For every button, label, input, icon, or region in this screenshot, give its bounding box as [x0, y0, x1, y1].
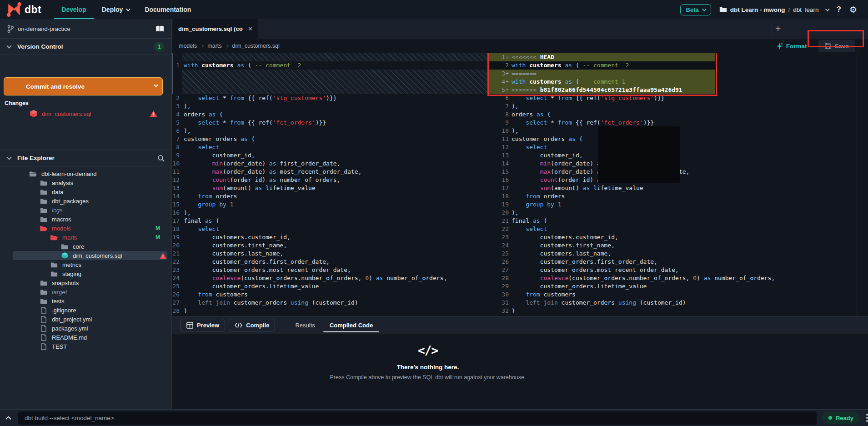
code-line[interactable]: 16),	[172, 209, 489, 217]
close-tab-icon[interactable]: ✕	[248, 25, 253, 32]
tree-item-snapshots[interactable]: snapshots	[0, 278, 172, 287]
code-line[interactable]: 13 sum(amount) as lifetime_value	[172, 184, 489, 192]
open-file-tab[interactable]: dim_customers.sql (confli... ✕	[173, 19, 258, 39]
code-line[interactable]: 26 customer_orders.first_order_date,	[489, 258, 868, 266]
version-control-header[interactable]: Version Control 1	[0, 39, 171, 55]
code-line[interactable]: 30 from customers	[489, 291, 868, 299]
tree-item-dim-customers-sql[interactable]: dim_customers.sql	[0, 251, 172, 260]
tree-item-packages-yml[interactable]: packages.yml	[0, 324, 172, 333]
code-line[interactable]: 25 customer_orders.lifetime_value	[172, 282, 489, 291]
code-line[interactable]: 11 max(order_date) as most_recent_order_…	[172, 168, 489, 176]
code-line[interactable]: 26 from customers	[172, 291, 489, 299]
code-line[interactable]: 21 customers.last_name,	[172, 250, 489, 258]
code-line[interactable]: 27 customer_orders.most_recent_order_dat…	[489, 266, 868, 274]
project-switcher[interactable]: dbt Learn - mwong / dbt_learn	[719, 6, 828, 13]
code-line[interactable]: 4+with customers as ( -- comment 1	[489, 78, 868, 86]
nav-item-deploy[interactable]: Deploy	[97, 0, 134, 19]
code-line[interactable]: 32)	[489, 307, 868, 315]
code-line[interactable]: 19 customers.customer_id,	[172, 233, 489, 241]
code-line[interactable]: 20 customers.first_name,	[172, 241, 489, 250]
code-line[interactable]: 12 count(order_id) as number_of_orders,	[172, 176, 489, 184]
code-line[interactable]: 8orders as (	[489, 110, 868, 119]
compile-button[interactable]: Compile	[229, 319, 275, 331]
tree-item-target[interactable]: target	[0, 287, 172, 296]
tree-item-tests[interactable]: tests	[0, 296, 172, 306]
tree-item-data[interactable]: data	[0, 187, 172, 196]
commit-and-resolve-button[interactable]: Commit and resolve	[4, 77, 163, 95]
code-line[interactable]: 20),	[489, 209, 868, 217]
preview-button[interactable]: Preview	[181, 319, 225, 331]
tree-item-readme-md[interactable]: README.md	[0, 333, 172, 342]
format-button[interactable]: Format	[776, 43, 807, 50]
tree-item-logs[interactable]: logs	[0, 205, 172, 215]
tab-compiled-code[interactable]: Compiled Code	[322, 316, 380, 334]
code-line[interactable]: 1+<<<<<<< HEAD	[489, 53, 868, 61]
tree-item-dbt-project-yml[interactable]: dbt_project.yml	[0, 315, 172, 324]
code-line[interactable]: 23 customer_orders.most_recent_order_dat…	[172, 266, 489, 274]
diff-left-pane[interactable]: 1with customers as ( -- comment 22 selec…	[172, 53, 489, 316]
tree-item-metrics[interactable]: metrics	[0, 260, 172, 269]
code-line[interactable]: 3),	[172, 102, 489, 110]
code-line[interactable]: 24 customers.first_name,	[489, 241, 868, 250]
docs-book-icon[interactable]	[156, 25, 164, 32]
code-line[interactable]: 8 select	[172, 143, 489, 151]
tree-item-macros[interactable]: macros	[0, 215, 172, 224]
code-line[interactable]: 21final as (	[489, 217, 868, 225]
diff-editor[interactable]: 1with customers as ( -- comment 22 selec…	[172, 53, 868, 316]
code-line[interactable]: 23 customers.customer_id,	[489, 233, 868, 241]
save-button[interactable]: Save	[818, 40, 855, 52]
code-line[interactable]: 15 group by 1	[172, 200, 489, 209]
breadcrumb-item[interactable]: marts	[207, 43, 221, 49]
code-line[interactable]: 22 select	[489, 225, 868, 233]
tab-results[interactable]: Results	[288, 316, 322, 334]
code-line[interactable]: 19 group by 1	[489, 200, 868, 209]
search-icon[interactable]	[157, 155, 165, 162]
diff-right-pane[interactable]: 1+<<<<<<< HEAD2with customers as ( -- co…	[489, 53, 868, 316]
kebab-menu-icon[interactable]	[866, 414, 868, 422]
git-branch-row[interactable]: on-demand-practice	[0, 19, 171, 39]
code-line[interactable]: 27 left join customer_orders using (cust…	[172, 299, 489, 307]
breadcrumb-item[interactable]: models	[179, 43, 197, 49]
tree-item-dbt-learn-on-demand[interactable]: dbt-learn-on-demand	[0, 169, 172, 178]
scrollbar-track[interactable]	[857, 53, 857, 316]
code-line[interactable]: 31 left join customer_orders using (cust…	[489, 299, 868, 307]
dbt-logo[interactable]: dbt	[6, 2, 41, 17]
commit-options-dropdown[interactable]	[148, 78, 162, 95]
code-line[interactable]: 7),	[489, 102, 868, 110]
code-line[interactable]: 9 customer_id,	[172, 151, 489, 160]
gear-icon[interactable]: ⚙	[849, 5, 857, 15]
code-line[interactable]: 6),	[172, 127, 489, 135]
new-tab-button[interactable]: +	[775, 24, 781, 33]
code-line[interactable]: 4orders as (	[172, 110, 489, 119]
code-line[interactable]: 14 from orders	[172, 192, 489, 200]
code-line[interactable]: 18 select	[172, 225, 489, 233]
code-line[interactable]: 5+>>>>>>> b81f802a66fd544504c65721e3ffaa…	[489, 86, 868, 94]
tree-item-core[interactable]: core	[0, 242, 172, 251]
code-line[interactable]: 6 select * from {{ ref('stg_customers')}…	[489, 94, 868, 102]
code-line[interactable]: 2 select * from {{ ref('stg_customers')}…	[172, 94, 489, 102]
tree-item-staging[interactable]: staging	[0, 269, 172, 278]
code-line[interactable]: 17 sum(amount) as lifetime_value	[489, 184, 868, 192]
code-line[interactable]: 28)	[172, 307, 489, 315]
code-line[interactable]: 17final as (	[172, 217, 489, 225]
beta-toggle[interactable]: Beta	[680, 4, 711, 15]
code-line[interactable]: 9 select * from {{ ref('fct_orders')}}	[489, 119, 868, 127]
code-line[interactable]: 18 from orders	[489, 192, 868, 200]
code-line[interactable]: 3+=======	[489, 70, 868, 78]
breadcrumb-item[interactable]: dim_customers.sql	[232, 43, 280, 49]
code-line[interactable]: 7customer_orders as (	[172, 135, 489, 143]
tree-item--gitignore[interactable]: .gitignore	[0, 306, 172, 315]
code-line[interactable]: 28 coalesce(customer_orders.number_of_or…	[489, 274, 868, 282]
code-line[interactable]: 24 coalesce(customer_orders.number_of_or…	[172, 274, 489, 282]
code-line[interactable]: 1with customers as ( -- comment 2	[172, 61, 489, 70]
code-line[interactable]: 2with customers as ( -- comment 2	[489, 61, 868, 70]
code-line[interactable]: 29 customer_orders.lifetime_value	[489, 282, 868, 291]
code-line[interactable]: 22 customer_orders.first_order_date,	[172, 258, 489, 266]
code-line[interactable]: 5 select * from {{ ref('fct_orders')}}	[172, 119, 489, 127]
help-icon[interactable]: ?	[837, 5, 841, 14]
tree-item-models[interactable]: modelsM	[0, 224, 172, 233]
code-line[interactable]: 25 customers.last_name,	[489, 250, 868, 258]
collapse-panel-button[interactable]	[0, 416, 18, 420]
tree-item-test[interactable]: TEST	[0, 342, 172, 351]
command-input[interactable]	[18, 411, 817, 425]
